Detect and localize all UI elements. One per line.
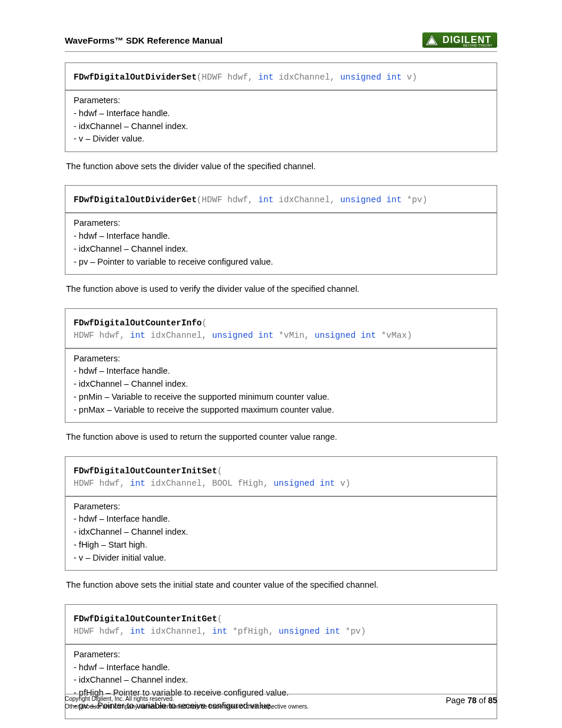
logo-subtext: BEYOND THEORY [463,44,492,47]
sig-text: HDWF hdwf, [74,627,130,636]
page-header: WaveForms™ SDK Reference Manual DIGILENT… [65,32,497,52]
parameter-item: - pv – Pointer to variable to receive co… [74,256,488,269]
parameters-label: Parameters: [74,648,488,661]
parameter-item: - idxChannel – Channel index. [74,120,488,133]
page-footer: Copyright Digilent, Inc. All rights rese… [65,694,497,710]
sig-text: v) [402,73,417,82]
parameter-item: - v – Divider value. [74,133,488,146]
sig-text: *pv) [402,195,428,205]
sig-text: HDWF hdwf, [74,479,130,488]
parameters-list: Parameters:- hdwf – Interface handle.- i… [65,497,497,571]
parameter-item: - hdwf – Interface handle. [74,230,488,243]
parameter-item: - hdwf – Interface handle. [74,365,488,378]
keyword: int [130,479,146,488]
sig-text: (HDWF hdwf, [197,195,258,205]
sig-text: idxChannel, [146,627,212,636]
parameter-item: - v – Divider initial value. [74,552,488,565]
function-name: FDwfDigitalOutCounterInitGet [74,614,217,624]
footer-copyright: Copyright Digilent, Inc. All rights rese… [65,696,309,703]
sig-text: idxChannel, [273,73,340,82]
function-name: FDwfDigitalOutCounterInitSet [74,466,217,476]
parameters-list: Parameters:- hdwf – Interface handle.- i… [65,349,497,423]
parameter-item: - idxChannel – Channel index. [74,243,488,256]
function-block: FDwfDigitalOutCounterInfo(HDWF hdwf, int… [65,308,497,423]
sig-text: *pv) [340,627,366,636]
function-block: FDwfDigitalOutCounterInitSet(HDWF hdwf, … [65,456,497,571]
footer-copyright-block: Copyright Digilent, Inc. All rights rese… [65,696,309,710]
sig-text: idxChannel, [273,195,340,205]
function-name: FDwfDigitalOutDividerGet [74,195,197,205]
sig-text: idxChannel, [146,331,212,340]
keyword: unsigned int [212,331,273,340]
function-signature: FDwfDigitalOutCounterInitGet(HDWF hdwf, … [65,605,497,645]
parameters-label: Parameters: [74,500,488,513]
parameter-item: - pnMin – Variable to receive the suppor… [74,391,488,404]
function-block: FDwfDigitalOutDividerSet(HDWF hdwf, int … [65,62,497,152]
function-description: The function above sets the divider valu… [66,160,497,172]
parameters-list: Parameters:- hdwf – Interface handle.- i… [65,213,497,274]
document-title: WaveForms™ SDK Reference Manual [65,35,223,45]
keyword: int [130,627,146,636]
sig-text: v) [335,479,351,488]
sig-text: idxChannel, BOOL fHigh, [146,479,274,488]
function-signature: FDwfDigitalOutDividerSet(HDWF hdwf, int … [65,63,497,91]
parameter-item: - hdwf – Interface handle. [74,661,488,674]
sig-text: *vMin, [273,331,315,340]
function-signature: FDwfDigitalOutCounterInfo(HDWF hdwf, int… [65,309,497,349]
parameters-label: Parameters: [74,353,488,365]
parameter-item: - hdwf – Interface handle. [74,513,488,526]
function-description: The function above is used to verify the… [66,283,497,295]
keyword: int [212,627,227,636]
parameters-list: Parameters:- hdwf – Interface handle.- i… [65,91,497,151]
footer-page-number: Page 78 of 85 [446,696,497,705]
keyword: int [258,73,273,82]
keyword: int [258,195,273,205]
parameters-label: Parameters: [74,217,488,230]
parameter-item: - pnMax – Variable to receive the suppor… [74,404,488,417]
parameter-item: - idxChannel – Channel index. [74,674,488,687]
parameters-label: Parameters: [74,94,488,107]
function-name: FDwfDigitalOutCounterInfo [74,318,202,328]
function-block: FDwfDigitalOutDividerGet(HDWF hdwf, int … [65,185,497,275]
function-description: The function above is used to return the… [66,431,497,443]
keyword: unsigned int [340,73,402,82]
keyword: unsigned int [279,627,340,636]
digilent-logo: DIGILENT BEYOND THEORY [422,32,497,48]
svg-marker-0 [425,34,438,45]
sig-text: ( [217,466,223,476]
sig-text: ( [202,318,207,328]
sig-text: *vMax) [376,331,412,340]
keyword: int [130,331,146,340]
footer-trademark: Other product and company names mentione… [65,703,309,711]
keyword: unsigned int [315,331,376,340]
function-signature: FDwfDigitalOutDividerGet(HDWF hdwf, int … [65,186,497,213]
sig-text: (HDWF hdwf, [197,73,258,82]
keyword: unsigned int [340,195,402,205]
parameter-item: - idxChannel – Channel index. [74,526,488,539]
function-signature: FDwfDigitalOutCounterInitSet(HDWF hdwf, … [65,457,497,497]
parameter-item: - fHigh – Start high. [74,539,488,552]
parameter-item: - hdwf – Interface handle. [74,107,488,120]
parameter-item: - idxChannel – Channel index. [74,378,488,391]
keyword: unsigned int [273,479,335,488]
sig-text: HDWF hdwf, [74,331,130,340]
sig-text: *pfHigh, [227,627,279,636]
logo-triangle-icon [425,34,439,47]
function-description: The function above sets the initial stat… [66,579,497,591]
sig-text: ( [217,614,223,624]
function-name: FDwfDigitalOutDividerSet [74,73,197,82]
